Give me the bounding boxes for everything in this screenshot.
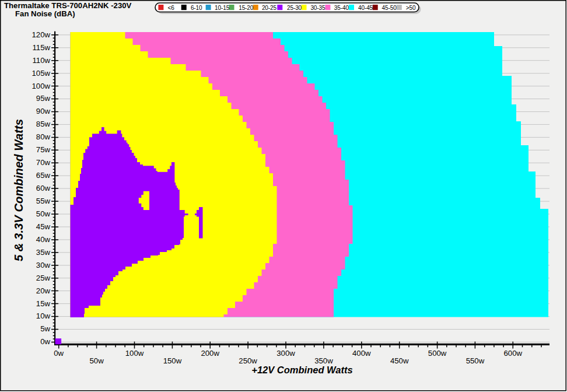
svg-text:150w: 150w (163, 356, 182, 365)
svg-text:60w: 60w (36, 184, 51, 192)
svg-text:0w: 0w (54, 349, 64, 358)
svg-text:25-30: 25-30 (287, 5, 302, 11)
svg-text:80w: 80w (36, 132, 51, 141)
svg-text:10-15: 10-15 (215, 5, 230, 11)
svg-text:25w: 25w (36, 274, 51, 282)
svg-text:50w: 50w (89, 356, 104, 365)
svg-text:30-35: 30-35 (310, 5, 326, 11)
svg-text:+12V Combined Watts: +12V Combined Watts (251, 365, 352, 375)
svg-text:6-10: 6-10 (191, 5, 202, 11)
svg-text:85w: 85w (36, 120, 51, 128)
svg-text:20-25: 20-25 (262, 5, 277, 11)
svg-text:90w: 90w (36, 107, 51, 116)
svg-text:45-50: 45-50 (382, 5, 397, 11)
svg-text:>50: >50 (406, 5, 416, 11)
svg-text:75w: 75w (36, 145, 51, 154)
svg-text:35w: 35w (36, 248, 51, 257)
svg-text:0w: 0w (40, 337, 50, 346)
svg-text:300w: 300w (276, 349, 295, 358)
svg-text:95w: 95w (36, 94, 51, 103)
svg-text:15w: 15w (36, 299, 51, 308)
svg-text:120w: 120w (32, 30, 50, 39)
svg-text:65w: 65w (36, 171, 51, 180)
svg-text:30w: 30w (36, 261, 51, 270)
svg-text:100w: 100w (32, 82, 50, 90)
svg-text:550w: 550w (466, 356, 485, 365)
svg-text:Fan Noise (dBA): Fan Noise (dBA) (15, 9, 75, 18)
svg-text:Thermaltake TRS-700AH2NK -230V: Thermaltake TRS-700AH2NK -230V (4, 1, 132, 10)
svg-text:55w: 55w (36, 197, 51, 205)
svg-text:40-45: 40-45 (358, 5, 373, 11)
svg-text:40w: 40w (36, 235, 51, 244)
svg-text:200w: 200w (201, 349, 219, 358)
svg-text:110w: 110w (32, 56, 50, 65)
svg-text:400w: 400w (352, 349, 371, 358)
svg-text:20w: 20w (36, 286, 51, 295)
svg-text:10w: 10w (36, 312, 51, 320)
svg-text:5w: 5w (40, 324, 50, 333)
svg-text:450w: 450w (390, 356, 409, 365)
svg-text:<6: <6 (168, 5, 175, 11)
svg-text:600w: 600w (504, 349, 523, 358)
svg-text:105w: 105w (32, 69, 50, 78)
svg-text:5 & 3.3V Combined Watts: 5 & 3.3V Combined Watts (12, 119, 25, 261)
svg-text:115w: 115w (32, 43, 50, 52)
svg-text:50w: 50w (36, 209, 51, 218)
svg-text:35-40: 35-40 (334, 5, 349, 11)
svg-text:100w: 100w (125, 349, 144, 358)
svg-text:15-20: 15-20 (239, 5, 254, 11)
svg-text:500w: 500w (428, 349, 447, 358)
svg-text:70w: 70w (36, 158, 51, 167)
svg-text:45w: 45w (36, 222, 51, 231)
